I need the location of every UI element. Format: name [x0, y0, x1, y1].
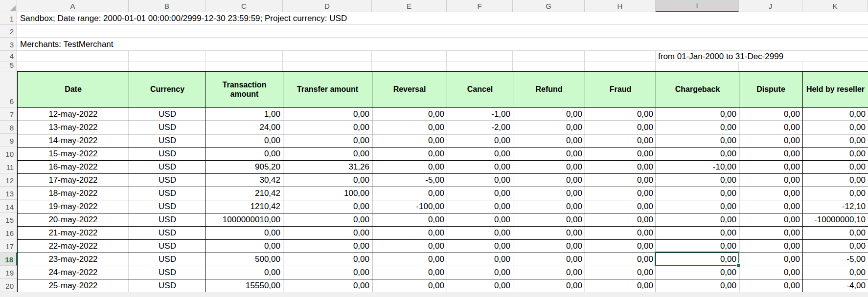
cell-A12[interactable]: 17-may-2022	[18, 174, 129, 187]
cell-K8[interactable]: 0,00	[803, 121, 868, 134]
cell-E10[interactable]: 0,00	[372, 148, 447, 161]
cell-D9[interactable]: 0,00	[283, 134, 372, 148]
header-cell-D6[interactable]: Transfer amount	[283, 72, 372, 108]
cell-C15[interactable]: 1000000010,00	[206, 213, 283, 227]
cell-F18[interactable]: 0,00	[447, 253, 513, 266]
cell-D13[interactable]: 100,00	[283, 187, 372, 200]
cell-J15[interactable]: 0,00	[739, 213, 803, 227]
row-header-8[interactable]: 8	[0, 121, 17, 134]
cell-I17[interactable]: 0,00	[656, 240, 739, 253]
cell-B15[interactable]: USD	[129, 213, 206, 227]
cell-K11[interactable]: 0,00	[803, 161, 868, 174]
cell-A15[interactable]: 20-may-2022	[18, 213, 129, 227]
cell-I13[interactable]: 0,00	[656, 187, 739, 200]
cell-H17[interactable]: 0,00	[585, 240, 656, 253]
header-cell-B6[interactable]: Currency	[129, 72, 206, 108]
cell-B14[interactable]: USD	[129, 200, 206, 213]
cell-H12[interactable]: 0,00	[585, 174, 656, 187]
cell-J20[interactable]: 0,00	[739, 279, 803, 293]
cell-E8[interactable]: 0,00	[372, 121, 447, 134]
column-header-E[interactable]: E	[372, 0, 447, 12]
cell-F16[interactable]: 0,00	[447, 227, 513, 240]
cell-C10[interactable]: 0,00	[206, 148, 283, 161]
cell-F13[interactable]: 0,00	[447, 187, 513, 200]
cell-I16[interactable]: 0,00	[656, 227, 739, 240]
cell-A11[interactable]: 16-may-2022	[18, 161, 129, 174]
cell-E20[interactable]: 0,00	[372, 279, 447, 293]
cell-A17[interactable]: 22-may-2022	[18, 240, 129, 253]
cell-C7[interactable]: 1,00	[206, 108, 283, 121]
cell-K12[interactable]: 0,00	[803, 174, 868, 187]
row-header-6[interactable]: 6	[0, 71, 17, 107]
cell-C16[interactable]: 0,00	[206, 227, 283, 240]
cell-I20[interactable]: 0,00	[656, 279, 739, 293]
cell-K9[interactable]: 0,00	[803, 134, 868, 148]
cell-H9[interactable]: 0,00	[585, 134, 656, 148]
cell-A16[interactable]: 21-may-2022	[18, 227, 129, 240]
cell-J13[interactable]: 0,00	[739, 187, 803, 200]
cell-H18[interactable]: 0,00	[585, 253, 656, 266]
cell-F11[interactable]: 0,00	[447, 161, 513, 174]
cell-J16[interactable]: 0,00	[739, 227, 803, 240]
cell-H7[interactable]: 0,00	[585, 108, 656, 121]
header-cell-J6[interactable]: Dispute	[739, 72, 803, 108]
row-header-4[interactable]: 4	[0, 51, 17, 62]
cell-D10[interactable]: 0,00	[283, 148, 372, 161]
header-cell-A6[interactable]: Date	[18, 72, 129, 108]
cell-G20[interactable]: 0,00	[513, 279, 585, 293]
cell-B11[interactable]: USD	[129, 161, 206, 174]
cell-F9[interactable]: 0,00	[447, 134, 513, 148]
select-all-corner[interactable]	[0, 0, 17, 12]
column-header-B[interactable]: B	[129, 0, 206, 12]
cell-B8[interactable]: USD	[129, 121, 206, 134]
cell-D14[interactable]: 0,00	[283, 200, 372, 213]
cell-F15[interactable]: 0,00	[447, 213, 513, 227]
cell-J12[interactable]: 0,00	[739, 174, 803, 187]
cell-G11[interactable]: 0,00	[513, 161, 585, 174]
cell-H16[interactable]: 0,00	[585, 227, 656, 240]
cell-H10[interactable]: 0,00	[585, 148, 656, 161]
column-header-D[interactable]: D	[283, 0, 372, 12]
cell-I12[interactable]: 0,00	[656, 174, 739, 187]
cell-J8[interactable]: 0,00	[739, 121, 803, 134]
cell-A3[interactable]: Merchants: TestMerchant	[20, 38, 114, 51]
cell-F8[interactable]: -2,00	[447, 121, 513, 134]
cell-J19[interactable]: 0,00	[739, 266, 803, 279]
row-header-15[interactable]: 15	[0, 213, 17, 226]
cell-D15[interactable]: 0,00	[283, 213, 372, 227]
cell-F17[interactable]: 0,00	[447, 240, 513, 253]
cell-C11[interactable]: 905,20	[206, 161, 283, 174]
cell-D16[interactable]: 0,00	[283, 227, 372, 240]
cell-B7[interactable]: USD	[129, 108, 206, 121]
row-header-11[interactable]: 11	[0, 160, 17, 173]
cell-E15[interactable]: 0,00	[372, 213, 447, 227]
cell-A7[interactable]: 12-may-2022	[18, 108, 129, 121]
column-header-H[interactable]: H	[585, 0, 656, 12]
cell-I8[interactable]: 0,00	[656, 121, 739, 134]
cell-B9[interactable]: USD	[129, 134, 206, 148]
cell-B20[interactable]: USD	[129, 279, 206, 293]
cell-B19[interactable]: USD	[129, 266, 206, 279]
cell-I9[interactable]: 0,00	[656, 134, 739, 148]
row-header-20[interactable]: 20	[0, 279, 17, 292]
row-header-16[interactable]: 16	[0, 226, 17, 239]
cell-E17[interactable]: 0,00	[372, 240, 447, 253]
row-header-3[interactable]: 3	[0, 38, 17, 51]
cell-J14[interactable]: 0,00	[739, 200, 803, 213]
cell-D18[interactable]: 0,00	[283, 253, 372, 266]
row-header-12[interactable]: 12	[0, 173, 17, 187]
cell-E18[interactable]: 0,00	[372, 253, 447, 266]
cell-C20[interactable]: 15550,00	[206, 279, 283, 293]
cell-K16[interactable]: 0,00	[803, 227, 868, 240]
header-cell-C6[interactable]: Transaction amount	[206, 72, 283, 108]
cell-J11[interactable]: 0,00	[739, 161, 803, 174]
cell-B17[interactable]: USD	[129, 240, 206, 253]
column-header-A[interactable]: A	[17, 0, 129, 12]
cell-E14[interactable]: -100,00	[372, 200, 447, 213]
cell-G8[interactable]: 0,00	[513, 121, 585, 134]
cell-E9[interactable]: 0,00	[372, 134, 447, 148]
header-cell-K6[interactable]: Held by reseller	[803, 72, 868, 108]
header-cell-F6[interactable]: Cancel	[447, 72, 513, 108]
cell-C12[interactable]: 30,42	[206, 174, 283, 187]
header-cell-H6[interactable]: Fraud	[585, 72, 656, 108]
